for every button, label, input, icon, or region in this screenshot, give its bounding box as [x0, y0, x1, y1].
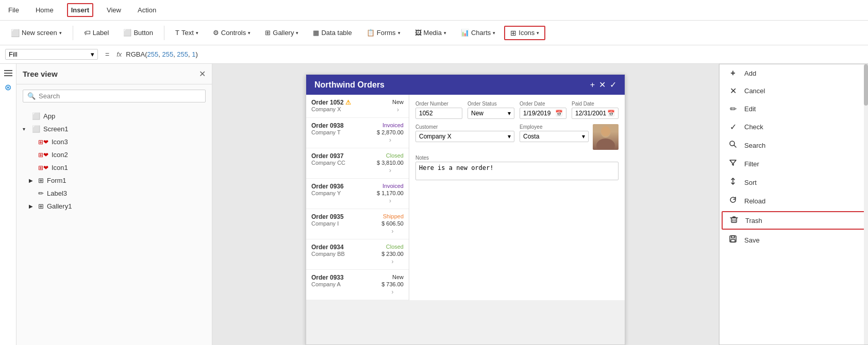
nw-order-number-label: Order Number [415, 101, 462, 107]
menu-view[interactable]: View [104, 4, 124, 16]
hamburger-icon[interactable] [2, 68, 14, 78]
search-input-wrapper: 🔍 [23, 90, 206, 102]
nw-field-paid-date: Paid Date 12/31/2001 📅 [572, 101, 619, 119]
icon-option-filter[interactable]: Filter [720, 154, 868, 173]
nw-customer-label: Customer [415, 124, 514, 130]
tree-item-gallery1[interactable]: ▶ ⊞ Gallery1 [16, 200, 212, 213]
icon-option-check[interactable]: ✓ Check [720, 118, 868, 136]
fx-label: fx [116, 50, 122, 58]
nw-order-0935[interactable]: Order 0935 Company I Shipped $ 606.50 › [306, 209, 409, 239]
dropdown-scrollbar-thumb [864, 64, 868, 106]
nw-notes-textarea[interactable]: Here is a new order! [415, 162, 619, 180]
nw-order-0938-num: Order 0938 [311, 122, 344, 129]
icon-option-cancel[interactable]: ✕ Cancel [720, 82, 868, 100]
gallery-button[interactable]: ⊞ Gallery ▾ [259, 26, 304, 39]
sort-icon [728, 177, 738, 187]
icon-option-add[interactable]: + Add [720, 64, 868, 82]
nw-order-list: Order 1052 ⚠ Company X New › Order 0938 … [306, 95, 409, 300]
media-button[interactable]: 🖼 Media ▾ [409, 26, 452, 39]
text-button[interactable]: T Text ▾ [170, 26, 204, 39]
nw-order-number-input[interactable]: 1052 [415, 108, 462, 119]
icon-option-trash[interactable]: Trash [722, 211, 866, 230]
nw-order-0938[interactable]: Order 0938 Company T Invoiced $ 2,870.00… [306, 118, 409, 148]
tree-gallery1-expand: ▶ [29, 203, 35, 209]
nw-employee-chevron: ▾ [582, 133, 585, 140]
menu-home[interactable]: Home [32, 4, 57, 16]
nw-order-0936-status: Invoiced [382, 183, 404, 189]
icon3-icon: ⊞❤ [38, 139, 48, 146]
menu-file[interactable]: File [5, 4, 22, 16]
icon-option-sort[interactable]: Sort [720, 173, 868, 192]
label-button[interactable]: 🏷 Label [78, 26, 115, 39]
nw-order-0938-chevron: › [389, 136, 391, 144]
svg-point-1 [596, 139, 615, 150]
nw-add-button[interactable]: + [590, 80, 595, 90]
controls-button[interactable]: ⚙ Controls ▾ [207, 26, 256, 39]
text-chevron-icon: ▾ [196, 30, 198, 36]
reload-icon [728, 196, 738, 206]
nw-detail-content: Order Number 1052 Order Status New ▾ [409, 95, 625, 193]
nw-order-0938-company: Company T [311, 129, 344, 135]
trash-icon [729, 215, 739, 226]
menu-action[interactable]: Action [135, 4, 159, 16]
nw-order-1052[interactable]: Order 1052 ⚠ Company X New › [306, 95, 409, 118]
new-screen-icon: ⬜ [11, 29, 20, 37]
tree-view-header: Tree view ✕ [16, 64, 212, 84]
search-input[interactable] [39, 92, 201, 100]
nw-close-button[interactable]: ✕ [599, 80, 606, 90]
tree-view-panel: Tree view ✕ 🔍 ⬜ App ▾ ⬜ Screen1 [16, 64, 212, 345]
nw-title: Northwind Orders [314, 80, 385, 90]
icon-option-reload[interactable]: Reload [720, 192, 868, 210]
fill-select-chevron-icon: ▾ [91, 50, 94, 58]
nw-order-0935-company: Company I [311, 220, 344, 227]
canvas-area: Northwind Orders + ✕ ✓ Order 1052 ⚠ Comp… [212, 64, 719, 345]
tree-item-screen1[interactable]: ▾ ⬜ Screen1 [16, 123, 212, 135]
icons-icon: ⊞ [510, 29, 516, 37]
nw-order-date-input[interactable]: 1/19/2019 📅 [520, 108, 566, 119]
nw-order-0933[interactable]: Order 0933 Company A New $ 736.00 › [306, 270, 409, 300]
icon-option-search[interactable]: Search [720, 136, 868, 154]
nw-employee-select[interactable]: Costa ▾ [520, 131, 589, 142]
nw-order-0934-company: Company BB [311, 251, 345, 257]
nw-order-0937-status: Closed [386, 152, 404, 159]
label-icon: 🏷 [84, 29, 91, 37]
nw-check-button[interactable]: ✓ [610, 80, 616, 90]
northwind-app: Northwind Orders + ✕ ✓ Order 1052 ⚠ Comp… [306, 74, 625, 345]
nw-customer-select[interactable]: Company X ▾ [415, 131, 514, 142]
tree-view-close-button[interactable]: ✕ [199, 69, 206, 79]
nw-order-0933-company: Company A [311, 281, 344, 287]
media-chevron-icon: ▾ [444, 30, 446, 36]
dropdown-scrollbar[interactable] [864, 64, 868, 344]
tree-item-label3[interactable]: ✏ Label3 [16, 187, 212, 200]
nw-order-0936[interactable]: Order 0936 Company Y Invoiced $ 1,170.00… [306, 179, 409, 209]
tree-screen1-label: Screen1 [43, 125, 206, 133]
nw-order-0933-chevron: › [392, 288, 394, 296]
nw-paid-date-input[interactable]: 12/31/2001 📅 [572, 108, 619, 119]
tree-item-icon3[interactable]: ⊞❤ Icon3 [16, 135, 212, 148]
menu-insert[interactable]: Insert [67, 3, 93, 17]
charts-chevron-icon: ▾ [493, 30, 495, 36]
gallery-icon: ⊞ [265, 29, 271, 37]
tree-item-icon2[interactable]: ⊞❤ Icon2 [16, 148, 212, 161]
tree-item-form1[interactable]: ▶ ⊞ Form1 [16, 174, 212, 187]
app-icon: ⬜ [32, 112, 40, 120]
icon-option-save[interactable]: Save [720, 231, 868, 249]
icon-option-edit[interactable]: ✏ Edit [720, 100, 868, 118]
forms-button[interactable]: 📋 Forms ▾ [361, 26, 406, 39]
fill-select[interactable]: Fill ▾ [5, 49, 98, 60]
nw-order-0934[interactable]: Order 0934 Company BB Closed $ 230.00 › [306, 239, 409, 270]
nw-order-status-select[interactable]: New ▾ [468, 108, 514, 119]
icons-button[interactable]: ⊞ Icons ▾ [504, 26, 545, 40]
nw-body: Order 1052 ⚠ Company X New › Order 0938 … [306, 95, 625, 300]
layers-icon[interactable]: ⊛ [5, 82, 11, 92]
nw-field-row-1: Order Number 1052 Order Status New ▾ [415, 101, 619, 119]
new-screen-button[interactable]: ⬜ New screen ▾ [5, 26, 68, 40]
nw-order-0933-amount: $ 736.00 [381, 281, 404, 287]
datatable-button[interactable]: ▦ Data table [307, 26, 357, 39]
button-button[interactable]: ⬜ Button [118, 26, 159, 39]
charts-button[interactable]: 📊 Charts ▾ [455, 26, 501, 39]
nw-order-0937[interactable]: Order 0937 Company CC Closed $ 3,810.00 … [306, 148, 409, 179]
tree-form1-expand: ▶ [29, 178, 35, 183]
tree-item-icon1[interactable]: ⊞❤ Icon1 [16, 161, 212, 174]
tree-item-app[interactable]: ⬜ App [16, 110, 212, 123]
